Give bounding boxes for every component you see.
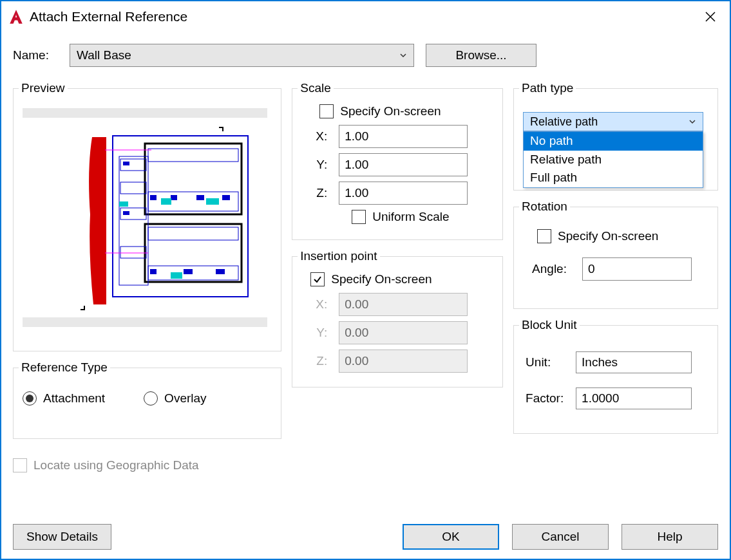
ok-label: OK [442, 530, 459, 544]
ok-button[interactable]: OK [403, 524, 499, 550]
svg-rect-24 [171, 272, 182, 279]
chevron-down-icon [688, 118, 696, 126]
checkbox-icon [13, 458, 27, 472]
insertion-legend: Insertion point [298, 249, 379, 263]
dialog-buttons: Show Details OK Cancel Help [13, 524, 718, 550]
scale-z-label: Z: [314, 186, 327, 200]
svg-rect-22 [161, 198, 171, 205]
scale-y-input[interactable] [339, 153, 468, 176]
reference-type-group: Reference Type Attachment Overlay [13, 360, 281, 439]
svg-rect-16 [222, 195, 230, 200]
help-button[interactable]: Help [622, 524, 718, 550]
insertion-x-label: X: [314, 297, 327, 312]
scale-y-row: Y: [314, 153, 493, 176]
checkbox-icon [310, 272, 325, 286]
svg-rect-21 [123, 211, 129, 215]
show-details-button[interactable]: Show Details [13, 524, 111, 550]
svg-rect-17 [150, 269, 157, 274]
preview-drawing-icon [23, 118, 267, 317]
scale-legend: Scale [298, 81, 334, 95]
insertion-specify-checkbox[interactable]: Specify On-screen [310, 272, 493, 286]
scale-z-input[interactable] [339, 182, 468, 205]
reference-type-legend: Reference Type [19, 360, 110, 375]
path-type-dropdown[interactable]: Relative path [523, 112, 703, 131]
name-dropdown-value: Wall Base [77, 48, 131, 62]
overlay-radio[interactable]: Overlay [144, 391, 206, 406]
uniform-scale-checkbox[interactable]: Uniform Scale [352, 210, 493, 224]
unit-value: Inches [576, 351, 692, 373]
radio-icon [144, 391, 158, 406]
factor-value: 1.0000 [576, 387, 692, 409]
attachment-radio-label: Attachment [43, 391, 105, 406]
factor-row: Factor: 1.0000 [526, 387, 708, 409]
path-type-selected: Relative path [530, 115, 598, 129]
rotation-legend: Rotation [519, 200, 570, 214]
locate-geo-label: Locate using Geographic Data [33, 458, 199, 472]
browse-button-label: Browse... [455, 48, 506, 62]
scale-x-input[interactable] [339, 125, 468, 148]
show-details-label: Show Details [26, 530, 98, 544]
insertion-z-input [339, 350, 468, 373]
close-button[interactable] [698, 7, 723, 26]
browse-button[interactable]: Browse... [426, 44, 536, 67]
cancel-button[interactable]: Cancel [512, 524, 609, 550]
rotation-specify-checkbox[interactable]: Specify On-screen [537, 229, 708, 243]
unit-label: Unit: [526, 355, 564, 369]
scale-x-label: X: [314, 129, 327, 144]
dialog-window: Attach External Reference Name: Wall Bas… [0, 0, 731, 560]
angle-input[interactable] [582, 257, 692, 281]
svg-rect-13 [150, 195, 157, 200]
block-unit-group: Block Unit Unit: Inches Factor: 1.0000 [513, 318, 718, 434]
autocad-logo-icon [8, 8, 24, 25]
cancel-label: Cancel [541, 530, 579, 544]
checkbox-icon [319, 104, 334, 118]
path-type-option-relative[interactable]: Relative path [524, 151, 703, 169]
scale-z-row: Z: [314, 182, 493, 205]
insertion-x-row: X: [314, 293, 493, 316]
attachment-radio[interactable]: Attachment [23, 391, 105, 406]
insertion-z-label: Z: [314, 354, 327, 368]
path-type-dropdown-wrap: Relative path No path Relative path Full… [523, 112, 708, 131]
insertion-y-row: Y: [314, 321, 493, 344]
preview-group: Preview [13, 81, 281, 351]
unit-row: Unit: Inches [526, 351, 708, 373]
name-dropdown[interactable]: Wall Base [70, 44, 414, 67]
chevron-down-icon [399, 51, 407, 59]
insertion-point-group: Insertion point Specify On-screen X: Y: [292, 249, 503, 387]
angle-row: Angle: [532, 257, 708, 281]
insertion-z-row: Z: [314, 350, 493, 373]
column-left: Preview [13, 81, 281, 472]
path-type-legend: Path type [519, 81, 576, 95]
preview-area [23, 108, 267, 327]
name-label: Name: [13, 48, 58, 62]
scale-y-label: Y: [314, 158, 327, 172]
svg-rect-19 [216, 269, 225, 274]
uniform-scale-label: Uniform Scale [372, 210, 449, 224]
scale-specify-checkbox[interactable]: Specify On-screen [319, 104, 493, 118]
path-type-dropdown-list: No path Relative path Full path [523, 131, 703, 188]
svg-rect-15 [196, 195, 204, 200]
factor-label: Factor: [526, 391, 564, 406]
rotation-group: Rotation Specify On-screen Angle: [513, 200, 718, 309]
scale-group: Scale Specify On-screen X: Y: Z: [292, 81, 503, 240]
close-icon [705, 11, 716, 23]
svg-rect-14 [171, 195, 177, 200]
help-label: Help [657, 530, 682, 544]
window-title: Attach External Reference [30, 9, 187, 24]
scale-x-row: X: [314, 125, 493, 148]
insertion-specify-label: Specify On-screen [331, 272, 432, 286]
overlay-radio-label: Overlay [164, 391, 206, 406]
locate-geo-checkbox: Locate using Geographic Data [13, 458, 281, 472]
svg-rect-23 [206, 198, 219, 205]
block-unit-legend: Block Unit [519, 318, 580, 332]
column-middle: Scale Specify On-screen X: Y: Z: [292, 81, 503, 472]
svg-rect-20 [123, 162, 129, 165]
insertion-y-input [339, 321, 468, 344]
name-row: Name: Wall Base Browse... [13, 44, 718, 67]
dialog-content: Name: Wall Base Browse... Preview [1, 30, 730, 472]
right-buttons: OK Cancel Help [403, 524, 718, 550]
rotation-specify-label: Specify On-screen [558, 229, 658, 243]
svg-rect-18 [184, 269, 193, 274]
path-type-option-full[interactable]: Full path [524, 169, 703, 187]
path-type-option-nopath[interactable]: No path [524, 132, 703, 151]
